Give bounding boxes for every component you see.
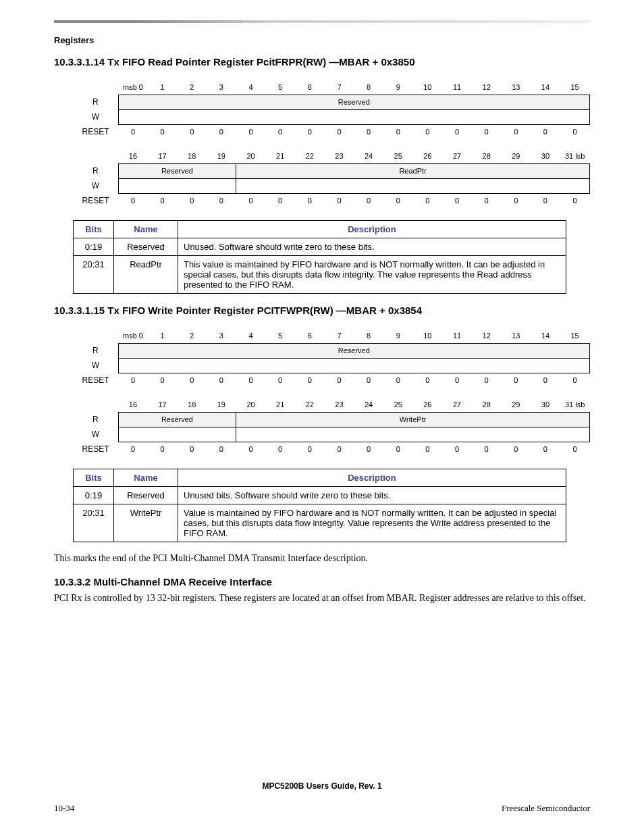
reset-val: 0 bbox=[236, 124, 266, 139]
bitnum: 7 bbox=[325, 80, 354, 95]
bitnum: 11 bbox=[442, 80, 472, 95]
bitnum: 30 bbox=[531, 397, 560, 412]
rw-label: R bbox=[73, 343, 118, 358]
reset-val: 0 bbox=[236, 193, 266, 208]
bitnum: 21 bbox=[265, 149, 295, 163]
section-title: 10.3.3.1.15 Tx FIFO Write Pointer Regist… bbox=[54, 305, 590, 316]
rw-label: W bbox=[73, 178, 118, 193]
reset-val: 0 bbox=[472, 124, 502, 139]
reset-val: 0 bbox=[413, 193, 443, 208]
rw-label: R bbox=[73, 95, 118, 109]
table-header-row: Bits Name Description bbox=[74, 469, 566, 487]
reset-val: 0 bbox=[383, 373, 413, 388]
body-text: PCI Rx is controlled by 13 32-bit regist… bbox=[54, 593, 590, 604]
reset-val: 0 bbox=[442, 124, 472, 139]
reset-val: 0 bbox=[501, 124, 531, 139]
table-header-row: Bits Name Description bbox=[74, 221, 566, 238]
reset-val: 0 bbox=[413, 124, 443, 139]
table-row: 20:31ReadPtrThis value is maintained by … bbox=[74, 256, 566, 294]
reset-val: 0 bbox=[383, 124, 413, 139]
reset-val: 0 bbox=[325, 442, 354, 457]
reset-val: 0 bbox=[207, 373, 236, 388]
bitnum: 3 bbox=[207, 80, 236, 95]
name-cell: Reserved bbox=[114, 238, 178, 256]
name-cell: Reserved bbox=[114, 487, 178, 504]
field-blank bbox=[236, 178, 590, 193]
field-readptr: ReadPtr bbox=[236, 163, 590, 178]
footer-center: MPC5200B Users Guide, Rev. 1 bbox=[54, 781, 590, 791]
reset-val: 0 bbox=[442, 442, 472, 457]
reset-val: 0 bbox=[207, 124, 236, 139]
register-diagram-2: msb 0123456789101112131415 RReserved W R… bbox=[73, 328, 590, 457]
reset-label: RESET bbox=[73, 442, 118, 457]
bitnum: 3 bbox=[207, 328, 236, 343]
bitnum: 31 lsb bbox=[560, 397, 590, 412]
bitnum: 27 bbox=[442, 397, 472, 412]
bitnum: 26 bbox=[413, 397, 443, 412]
reset-val: 0 bbox=[118, 124, 148, 139]
col-name-header: Name bbox=[114, 469, 178, 487]
field-blank bbox=[118, 358, 589, 373]
bitnum: 29 bbox=[501, 397, 531, 412]
field-reserved: Reserved bbox=[118, 343, 589, 358]
section-title: 10.3.3.1.14 Tx FIFO Read Pointer Registe… bbox=[54, 56, 590, 68]
reset-val: 0 bbox=[501, 193, 531, 208]
bitnum: 23 bbox=[325, 149, 354, 163]
bitnum: 10 bbox=[413, 328, 443, 343]
bitnum: 11 bbox=[442, 328, 472, 343]
col-bits-header: Bits bbox=[74, 469, 114, 487]
bitnum: 24 bbox=[354, 397, 383, 412]
reset-val: 0 bbox=[236, 442, 266, 457]
bitnum: 25 bbox=[383, 149, 413, 163]
reset-val: 0 bbox=[531, 373, 560, 388]
bitnum: 8 bbox=[354, 328, 383, 343]
desc-cell: This value is maintained by FIFO hardwar… bbox=[178, 256, 566, 294]
col-desc-header: Description bbox=[178, 469, 566, 487]
col-name-header: Name bbox=[114, 221, 178, 238]
subsection-title: 10.3.3.2 Multi-Channel DMA Receive Inter… bbox=[54, 576, 590, 588]
bitnum: 19 bbox=[207, 397, 236, 412]
reset-val: 0 bbox=[118, 442, 148, 457]
reset-val: 0 bbox=[531, 442, 560, 457]
reset-label: RESET bbox=[73, 193, 118, 208]
reset-val: 0 bbox=[383, 193, 413, 208]
reset-val: 0 bbox=[560, 442, 590, 457]
table-row: 0:19ReservedUnused bits. Software should… bbox=[74, 487, 566, 504]
reset-val: 0 bbox=[472, 193, 502, 208]
rw-label: R bbox=[73, 412, 118, 427]
bitnum: 22 bbox=[295, 149, 325, 163]
bitnum: 1 bbox=[148, 328, 178, 343]
reset-val: 0 bbox=[560, 373, 590, 388]
description-table-2: Bits Name Description 0:19ReservedUnused… bbox=[73, 469, 566, 542]
bitnum: 1 bbox=[148, 80, 178, 95]
bitnum: 20 bbox=[236, 149, 266, 163]
bitnum: 26 bbox=[413, 149, 443, 163]
bitnum: 6 bbox=[295, 328, 325, 343]
bitnum: 17 bbox=[148, 397, 178, 412]
desc-cell: Unused bits. Software should write zero … bbox=[178, 487, 566, 504]
bitnum: 19 bbox=[207, 149, 236, 163]
bits-cell: 0:19 bbox=[74, 238, 114, 256]
reset-val: 0 bbox=[177, 442, 207, 457]
bitnum: 31 lsb bbox=[560, 149, 590, 163]
reset-val: 0 bbox=[295, 124, 325, 139]
bitnum-row: msb 0123456789101112131415 bbox=[73, 80, 590, 95]
reset-val: 0 bbox=[236, 373, 266, 388]
reset-val: 0 bbox=[265, 124, 295, 139]
bitnum: 29 bbox=[501, 149, 531, 163]
bitnum: msb 0 bbox=[118, 328, 148, 343]
reset-val: 0 bbox=[354, 193, 383, 208]
rw-label: W bbox=[73, 358, 118, 373]
closing-text: This marks the end of the PCI Multi-Chan… bbox=[54, 553, 590, 564]
header-label: Registers bbox=[54, 35, 590, 45]
field-reserved: Reserved bbox=[118, 95, 589, 109]
name-cell: WritePtr bbox=[114, 504, 178, 542]
bitnum: 30 bbox=[531, 149, 560, 163]
field-blank bbox=[118, 178, 236, 193]
bits-cell: 20:31 bbox=[74, 504, 114, 542]
bitnum: 20 bbox=[236, 397, 266, 412]
reset-val: 0 bbox=[118, 193, 148, 208]
reset-val: 0 bbox=[383, 442, 413, 457]
field-writeptr: WritePtr bbox=[236, 412, 590, 427]
bitnum: 18 bbox=[177, 397, 207, 412]
